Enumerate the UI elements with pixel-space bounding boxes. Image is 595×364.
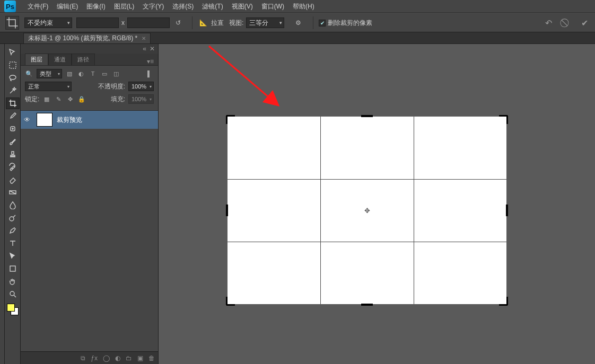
cancel-icon[interactable]: ⃠ [561,17,572,28]
crop-handle[interactable] [226,116,228,124]
crop-height-input[interactable] [127,17,170,28]
lock-label: 锁定: [25,95,39,104]
hand-tool[interactable] [6,276,20,287]
crop-handle[interactable] [226,304,235,306]
filter-pixel-icon[interactable]: ▧ [65,69,74,78]
crop-handle[interactable] [226,115,235,117]
menu-type[interactable]: 文字(Y) [138,0,168,13]
layer-row[interactable]: 👁 裁剪预览 [21,111,158,129]
type-tool[interactable] [6,237,20,249]
new-layer-icon[interactable]: ▣ [137,354,143,362]
tab-paths[interactable]: 路径 [72,54,95,65]
move-tool[interactable] [6,47,20,58]
close-panel-icon[interactable]: ✕ [150,45,155,52]
menu-help[interactable]: 帮助(H) [288,0,319,13]
lasso-tool[interactable] [6,72,20,84]
close-tab-icon[interactable]: ✕ [142,35,146,41]
menu-edit[interactable]: 编辑(E) [52,0,82,13]
lock-pixels-icon[interactable]: ✎ [54,95,63,103]
document-tab[interactable]: 未标题-1 @ 100% (裁剪预览, RGB/8) * ✕ [23,33,151,43]
layer-list: 👁 裁剪预览 [21,110,158,351]
lock-all-icon[interactable]: 🔒 [77,95,86,103]
menu-filter[interactable]: 滤镜(T) [198,0,227,13]
overlay-view-select[interactable]: 三等分 [246,17,284,28]
brush-tool[interactable] [6,136,20,147]
crop-handle[interactable] [226,297,228,305]
x-separator: x [121,19,125,26]
search-icon[interactable]: 🔍 [25,69,33,78]
tab-layers[interactable]: 图层 [25,54,48,65]
gradient-tool[interactable] [6,187,20,198]
svg-point-1 [10,75,16,79]
filter-toggle-icon[interactable]: ▌ [145,69,154,78]
pen-tool[interactable] [6,225,20,236]
layer-name-label[interactable]: 裁剪预览 [57,116,82,125]
straighten-icon[interactable]: 📐 [198,17,208,28]
canvas-area[interactable]: ✥ [159,44,595,364]
marquee-tool[interactable] [6,59,20,71]
aspect-constraint-select[interactable]: 不受约束 [24,17,72,28]
filter-shape-icon[interactable]: ▭ [100,69,109,78]
left-strip [0,44,5,364]
adjustment-layer-icon[interactable]: ◐ [115,354,120,362]
collapse-icon[interactable]: « [143,45,146,52]
menu-window[interactable]: 窗口(W) [257,0,288,13]
lock-transparency-icon[interactable]: ▩ [42,95,51,103]
color-swatches[interactable] [7,304,19,315]
menu-bar: Ps 文件(F) 编辑(E) 图像(I) 图层(L) 文字(Y) 选择(S) 滤… [0,0,595,13]
crop-handle[interactable] [506,205,508,216]
opacity-label: 不透明度: [98,82,125,91]
menu-file[interactable]: 文件(F) [23,0,52,13]
layer-mask-icon[interactable]: ◯ [103,354,110,362]
shape-tool[interactable] [6,263,20,274]
gear-icon[interactable]: ⚙ [293,17,303,28]
filter-kind-select[interactable]: 类型 [37,69,62,78]
stamp-tool[interactable] [6,148,20,160]
foreground-color-swatch[interactable] [7,304,15,312]
menu-view[interactable]: 视图(V) [228,0,257,13]
lock-position-icon[interactable]: ✥ [66,95,74,103]
healing-tool[interactable] [6,123,20,135]
commit-icon[interactable]: ✔ [579,17,590,28]
crop-handle[interactable] [506,297,508,305]
filter-type-icon[interactable]: T [89,69,97,78]
crop-handle[interactable] [226,205,228,216]
tab-channels[interactable]: 通道 [48,54,72,65]
zoom-tool[interactable] [6,288,20,300]
path-select-tool[interactable] [6,250,20,262]
blur-tool[interactable] [6,199,20,211]
layer-thumbnail[interactable] [37,113,52,127]
link-layers-icon[interactable]: ⧉ [81,354,85,362]
menu-select[interactable]: 选择(S) [168,0,198,13]
toolbox [5,44,21,364]
panel-tabs: 图层 通道 路径 ▾≡ [21,54,158,65]
layer-style-icon[interactable]: ƒx [91,354,98,362]
fill-select[interactable]: 100% [128,94,154,104]
opacity-select[interactable]: 100% [128,82,154,91]
canvas[interactable]: ✥ [228,117,506,304]
reset-icon[interactable]: ↶ [543,17,554,28]
delete-layer-icon[interactable]: 🗑 [148,354,155,362]
clear-aspect-icon[interactable]: ↺ [173,17,183,28]
wand-tool[interactable] [6,85,20,96]
visibility-eye-icon[interactable]: 👁 [24,116,32,123]
crop-handle[interactable] [506,116,508,124]
panel-flyout-icon[interactable]: ▾≡ [143,58,158,65]
eyedropper-tool[interactable] [6,110,20,122]
eraser-tool[interactable] [6,174,20,185]
crop-handle[interactable] [361,115,373,117]
crop-tool-indicator[interactable] [5,16,19,30]
crop-tool[interactable] [6,97,20,109]
menu-image[interactable]: 图像(I) [82,0,109,13]
dodge-tool[interactable] [6,212,20,224]
new-group-icon[interactable]: 🗀 [126,354,132,362]
crop-handle[interactable] [361,304,373,306]
blend-mode-select[interactable]: 正常 [25,82,72,91]
history-brush-tool[interactable] [6,161,20,173]
delete-cropped-checkbox[interactable]: ✔ [319,20,326,26]
menu-layer[interactable]: 图层(L) [110,0,139,13]
separator [192,16,192,29]
filter-adjust-icon[interactable]: ◐ [77,69,85,78]
crop-width-input[interactable] [76,17,119,28]
filter-smart-icon[interactable]: ◫ [112,69,120,78]
